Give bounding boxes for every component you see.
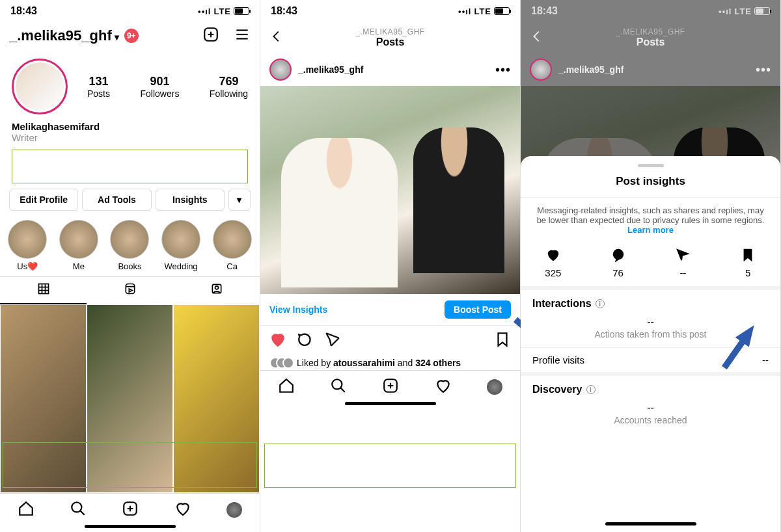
svg-line-17 <box>81 511 85 515</box>
profile-tabs <box>0 276 260 304</box>
highlight-item[interactable]: Me <box>58 220 100 271</box>
stat-posts[interactable]: 131Posts <box>87 75 110 99</box>
status-time: 18:43 <box>531 5 558 17</box>
metric-comments: 76 <box>586 248 651 278</box>
sheet-title: Post insights <box>521 175 780 198</box>
back-button[interactable] <box>269 29 284 46</box>
status-right: ••ılLTE <box>458 7 510 16</box>
insights-button[interactable]: Insights <box>156 189 225 211</box>
username-dropdown[interactable]: _.melika95_ghf▾ <box>9 27 119 44</box>
battery-icon <box>234 7 249 15</box>
notification-badge: 9+ <box>124 29 139 43</box>
display-name: Melikaghasemifard <box>12 121 248 132</box>
stat-following[interactable]: 769Following <box>210 75 248 99</box>
redaction-box <box>12 150 248 183</box>
home-icon[interactable] <box>278 377 295 397</box>
search-icon[interactable] <box>70 500 87 520</box>
learn-more-link[interactable]: Learn more <box>627 225 674 235</box>
more-options-icon[interactable]: ••• <box>495 62 511 77</box>
svg-point-16 <box>72 502 82 512</box>
status-time: 18:43 <box>271 5 297 17</box>
activity-icon[interactable] <box>174 500 191 520</box>
home-icon[interactable] <box>18 500 34 520</box>
home-indicator <box>85 525 176 528</box>
metric-shares: -- <box>651 248 716 278</box>
post-header: _.MELIKA95_GHFPosts <box>521 22 780 53</box>
activity-icon[interactable] <box>435 377 452 397</box>
profile-buttons: Edit Profile Ad Tools Insights ▾ <box>0 189 260 217</box>
status-right: ••ılLTE <box>719 7 770 16</box>
info-icon[interactable]: i <box>596 299 605 308</box>
status-right: ••ılLTE <box>198 7 249 16</box>
discovery-section: Discoveryi -- Accounts reached <box>521 376 780 433</box>
suggestions-button[interactable]: ▾ <box>228 189 251 211</box>
grid-tab[interactable] <box>0 277 87 304</box>
status-bar: 18:43 ••ılLTE <box>0 0 260 22</box>
menu-button[interactable] <box>234 26 251 46</box>
share-icon[interactable] <box>324 331 341 351</box>
liker-avatars <box>269 357 293 369</box>
home-indicator <box>605 522 696 525</box>
post-screen: 18:43 ••ılLTE _.MELIKA95_GHF Posts _.mel… <box>260 0 521 532</box>
post-header: _.MELIKA95_GHF Posts <box>260 22 520 53</box>
bio-category: Writer <box>12 132 248 143</box>
metric-row: 325 76 -- 5 <box>521 243 780 286</box>
svg-point-25 <box>333 379 342 389</box>
privacy-notice: Messaging-related insights, such as shar… <box>521 198 780 243</box>
svg-line-23 <box>330 339 331 346</box>
svg-point-15 <box>215 286 218 289</box>
like-icon[interactable] <box>269 331 286 351</box>
poster-row: _.melika95_ghf ••• <box>260 53 520 86</box>
profile-nav-icon[interactable] <box>487 379 502 395</box>
profile-avatar[interactable] <box>12 59 68 114</box>
header-title: Posts <box>284 36 497 48</box>
redaction-box <box>3 442 257 488</box>
ad-tools-button[interactable]: Ad Tools <box>82 189 151 211</box>
svg-marker-13 <box>129 289 132 292</box>
new-post-icon[interactable] <box>122 500 139 520</box>
info-icon[interactable]: i <box>586 385 596 394</box>
metric-likes: 325 <box>521 248 586 278</box>
tagged-tab[interactable] <box>173 277 260 304</box>
svg-line-22 <box>331 338 339 346</box>
bottom-nav <box>0 493 260 522</box>
header-username: _.MELIKA95_GHF <box>284 27 497 36</box>
home-indicator <box>345 402 436 405</box>
highlight-item[interactable]: Wedding <box>160 220 202 271</box>
liked-by-row[interactable]: Liked by atoussarahimi and 324 others <box>260 356 520 370</box>
poster-avatar[interactable] <box>269 59 292 81</box>
insights-screen: 18:43 ••ılLTE _.MELIKA95_GHFPosts _.meli… <box>521 0 781 532</box>
highlight-item[interactable]: Us❤️ <box>7 220 49 271</box>
profile-screen: 18:43 ••ılLTE _.melika95_ghf▾ 9+ 131Post… <box>0 0 260 532</box>
metric-saves: 5 <box>715 248 780 278</box>
save-icon[interactable] <box>494 331 511 351</box>
view-insights-link[interactable]: View Insights <box>269 304 327 315</box>
search-icon[interactable] <box>330 377 347 397</box>
poster-avatar[interactable] <box>530 59 552 81</box>
highlights-row[interactable]: Us❤️ Me Books Wedding Ca <box>0 217 260 276</box>
highlight-item[interactable]: Ca <box>211 220 253 271</box>
profile-stats: 131Posts 901Followers 769Following <box>0 52 260 118</box>
poster-username[interactable]: _.melika95_ghf <box>298 64 363 75</box>
more-options-icon[interactable]: ••• <box>756 62 771 77</box>
profile-nav-icon[interactable] <box>226 502 242 518</box>
battery-icon <box>494 7 510 15</box>
boost-post-button[interactable]: Boost Post <box>445 300 511 319</box>
reels-tab[interactable] <box>87 277 173 304</box>
svg-line-26 <box>341 388 346 392</box>
insights-row: View Insights Boost Post <box>260 294 520 326</box>
status-bar: 18:43 ••ılLTE <box>260 0 520 22</box>
highlight-item[interactable]: Books <box>109 220 151 271</box>
post-actions <box>260 326 520 356</box>
post-image[interactable] <box>260 86 520 294</box>
edit-profile-button[interactable]: Edit Profile <box>9 189 78 211</box>
sheet-grabber[interactable] <box>638 164 664 167</box>
stat-followers[interactable]: 901Followers <box>140 75 179 99</box>
new-post-icon[interactable] <box>382 377 399 397</box>
create-button[interactable] <box>202 26 219 46</box>
svg-rect-6 <box>38 284 48 294</box>
insights-sheet[interactable]: Post insights Messaging-related insights… <box>521 156 780 532</box>
comment-icon[interactable] <box>297 331 314 351</box>
back-button[interactable] <box>530 29 544 46</box>
battery-icon <box>754 7 770 15</box>
